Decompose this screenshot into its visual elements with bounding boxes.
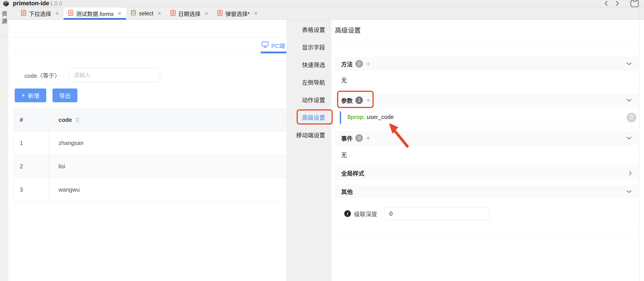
quick-filter-row: code〈等于〉 <box>24 68 160 82</box>
section-params[interactable]: 参数 1 + <box>335 94 638 107</box>
app-version: 1.0.0 <box>50 0 62 7</box>
form-file-icon <box>21 10 26 17</box>
panel-divider <box>331 164 639 164</box>
database-icon <box>130 10 136 17</box>
advanced-settings-panel: 高级设置 方法 0 + 无 参数 1 + <box>331 20 639 281</box>
chevron-down-icon <box>626 136 632 140</box>
settings-menu: 表格设置 显示字段 快速筛选 左侧导航 动作设置 高级设置 移动端设置 <box>286 20 331 281</box>
delete-param-button[interactable] <box>627 113 636 122</box>
tab-label: select <box>139 10 154 17</box>
resource-sidebar: 资源 <box>0 7 8 281</box>
add-event-icon[interactable]: + <box>366 134 370 142</box>
form-file-icon <box>170 10 176 17</box>
section-label: 参数 <box>341 96 353 104</box>
section-label: 事件 <box>341 134 353 142</box>
menu-item-left-nav[interactable]: 左侧导航 <box>286 73 331 91</box>
cascade-depth-label: 级联深度 <box>354 210 377 218</box>
tab-close-icon[interactable]: ✕ <box>158 11 162 16</box>
section-methods[interactable]: 方法 0 + <box>335 57 638 70</box>
panel-title: 高级设置 <box>335 25 361 34</box>
form-file-icon <box>68 10 74 17</box>
app-header: primeton-ide 1.0.0 <box>0 0 644 7</box>
tab-label: 下拉选择 <box>29 10 51 18</box>
section-global-style[interactable]: 全局样式 <box>335 167 638 180</box>
device-tab-label: PC端 <box>271 41 285 50</box>
add-row-button[interactable]: + 新增 <box>15 88 46 102</box>
app-logo-cube-icon <box>3 0 9 7</box>
param-underline <box>343 124 618 125</box>
section-label: 全局样式 <box>341 169 364 177</box>
tab-dropdown-select[interactable]: 下拉选择 ✕ <box>16 7 64 20</box>
tab-close-icon[interactable]: ✕ <box>55 11 59 16</box>
param-name: user_code <box>367 114 394 120</box>
row-index-cell: 3 <box>14 178 49 201</box>
menu-item-table-settings[interactable]: 表格设置 <box>286 21 331 38</box>
filter-value-input[interactable] <box>68 68 160 82</box>
form-file-icon <box>217 10 222 17</box>
settings-overlay: 表格设置 显示字段 快速筛选 左侧导航 动作设置 高级设置 移动端设置 高级设置… <box>286 20 644 281</box>
sort-desc-icon[interactable] <box>76 120 79 123</box>
column-label: code <box>58 116 72 124</box>
plus-icon: + <box>22 92 25 98</box>
tab-test-data-formx[interactable]: 测试数据.formx ✕ <box>64 7 126 20</box>
section-other[interactable]: 其他 <box>335 185 638 198</box>
export-button-label: 导出 <box>59 91 71 100</box>
sort-asc-icon[interactable] <box>76 117 79 120</box>
export-button[interactable]: 导出 <box>52 88 78 102</box>
tab-label: 测试数据.formx <box>76 10 114 18</box>
table-action-buttons: + 新增 导出 <box>15 88 78 102</box>
panel-divider <box>331 128 639 128</box>
tab-label: 弹窗选择* <box>225 10 250 18</box>
count-badge: 1 <box>355 96 363 104</box>
menu-item-advanced-settings[interactable]: 高级设置 <box>286 108 331 126</box>
monitor-icon <box>262 41 269 50</box>
trash-icon <box>629 114 634 121</box>
section-label: 其他 <box>341 188 353 196</box>
add-param-icon[interactable]: + <box>366 96 370 104</box>
panel-scrollbar-gutter[interactable] <box>639 20 644 281</box>
history-nav <box>604 0 620 7</box>
layout-panel-icon[interactable] <box>630 0 639 7</box>
menu-item-mobile-settings[interactable]: 移动端设置 <box>286 126 331 144</box>
chevron-down-icon <box>626 190 632 194</box>
row-index-cell: 1 <box>14 132 49 154</box>
tab-date-select[interactable]: 日期选择 ✕ <box>166 7 213 20</box>
tab-close-icon[interactable]: ✕ <box>254 11 258 16</box>
sidebar-divider <box>0 36 8 36</box>
tab-close-icon[interactable]: ✕ <box>118 11 122 16</box>
tab-pc-view[interactable]: PC端 <box>262 38 285 53</box>
cascade-depth-input[interactable] <box>384 208 489 220</box>
menu-item-quick-filter[interactable]: 快速筛选 <box>286 56 331 73</box>
section-events[interactable]: 事件 0 + <box>335 132 638 145</box>
add-button-label: 新增 <box>28 91 39 100</box>
nav-forward-icon[interactable] <box>615 0 620 7</box>
tab-label: 日期选择 <box>178 10 200 18</box>
nav-back-icon[interactable] <box>604 0 608 7</box>
sort-carets-icon[interactable] <box>76 117 79 123</box>
panel-divider <box>331 236 639 236</box>
tab-popup-select[interactable]: 弹窗选择* ✕ <box>213 7 262 20</box>
panel-divider <box>331 88 639 89</box>
add-method-icon[interactable]: + <box>366 60 370 68</box>
param-accent-bar <box>340 112 341 124</box>
param-item-row[interactable]: $prop.user_code <box>335 111 638 125</box>
tab-close-icon[interactable]: ✕ <box>204 11 208 16</box>
panel-divider <box>331 231 639 231</box>
chevron-down-icon <box>626 98 632 102</box>
file-tab-bar: 下拉选择 ✕ 测试数据.formx ✕ select ✕ <box>8 7 644 20</box>
tab-select[interactable]: select ✕ <box>126 7 166 20</box>
param-prefix: $prop. <box>347 114 365 120</box>
cascade-depth-row: i 级联深度 <box>335 208 489 220</box>
count-badge: 0 <box>355 134 363 142</box>
panel-divider <box>331 46 639 46</box>
table-header-index: # <box>14 109 49 131</box>
section-label: 方法 <box>341 60 353 68</box>
chevron-right-icon <box>628 170 632 176</box>
events-empty-text: 无 <box>341 150 347 159</box>
filter-field-label: code〈等于〉 <box>24 71 60 79</box>
menu-item-display-fields[interactable]: 显示字段 <box>286 38 331 56</box>
sidebar-resources-toggle[interactable]: 资源 <box>0 11 8 26</box>
app-window: primeton-ide 1.0.0 资源 下拉选择 ✕ <box>0 0 644 281</box>
app-title: primeton-ide <box>13 0 49 7</box>
menu-item-action-settings[interactable]: 动作设置 <box>286 91 331 108</box>
